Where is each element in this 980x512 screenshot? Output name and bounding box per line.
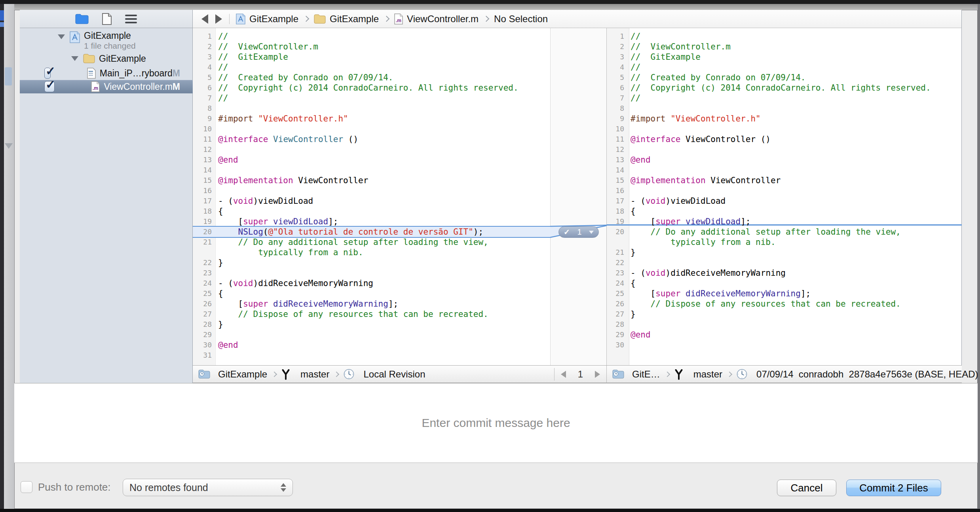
code-text: // Copyright (c) 2014 ConradoCarneiro. A… xyxy=(212,83,518,93)
cancel-button-label: Cancel xyxy=(791,482,823,494)
change-stepper: 1 xyxy=(554,368,606,381)
left-code-pane[interactable]: 1//2// ViewController.m3// GitExample4//… xyxy=(193,28,550,368)
background-ghost-triangle xyxy=(5,143,13,149)
push-to-remote-checkbox[interactable] xyxy=(21,481,32,493)
line-number xyxy=(193,247,212,258)
commit-message-input[interactable]: Enter commit message here xyxy=(14,383,978,463)
code-line: 10 xyxy=(607,124,962,134)
folder-icon xyxy=(314,14,326,24)
code-text: // xyxy=(624,31,640,42)
back-arrow-icon[interactable] xyxy=(201,14,208,24)
remotes-dropdown[interactable]: No remotes found xyxy=(123,479,293,496)
code-text xyxy=(212,268,218,278)
code-line: 2// ViewController.m xyxy=(607,42,962,52)
code-line: 2// ViewController.m xyxy=(193,42,550,52)
code-line: 25 [super didReceiveMemoryWarning]; xyxy=(607,288,962,299)
revision-name[interactable]: Local Revision xyxy=(363,369,425,380)
include-file-checkbox[interactable]: ✓ xyxy=(44,81,55,92)
breadcrumb-selection[interactable]: No Selection xyxy=(494,13,548,25)
line-number: 25 xyxy=(193,288,212,299)
code-text: @end xyxy=(624,330,651,340)
breadcrumb-file[interactable]: ViewController.m xyxy=(407,13,479,25)
code-text: // Dispose of any resources that can be … xyxy=(212,309,488,319)
cancel-button[interactable]: Cancel xyxy=(777,480,836,496)
background-window-bottom xyxy=(0,509,980,512)
disclosure-triangle-icon[interactable] xyxy=(71,56,78,61)
background-toolbar-blur xyxy=(14,4,978,10)
chevron-icon xyxy=(384,16,390,22)
revision-name[interactable]: 07/09/14 conradobh 2878a4e7563e (BASE, H… xyxy=(756,369,978,380)
include-file-checkbox[interactable]: ✓ xyxy=(44,68,51,79)
code-text: { xyxy=(212,206,223,216)
code-text: // Do any additional setup after loading… xyxy=(212,237,488,247)
line-number: 26 xyxy=(193,299,212,309)
code-text xyxy=(624,124,631,134)
line-number: 28 xyxy=(607,319,624,330)
svg-text:.m: .m xyxy=(396,18,401,23)
code-line: 31 xyxy=(193,350,550,360)
code-line: 15@implementation ViewController xyxy=(607,175,962,186)
code-text: // xyxy=(212,62,228,72)
tree-row-file-selected[interactable]: ✓ .m ViewController.m M xyxy=(20,80,193,93)
next-change-icon[interactable] xyxy=(595,371,600,378)
code-text xyxy=(212,330,218,340)
code-text: // GitExample xyxy=(624,52,701,62)
chevron-down-icon xyxy=(589,231,594,234)
check-icon: ✓ xyxy=(564,228,570,237)
line-number: 16 xyxy=(193,186,212,196)
list-view-icon[interactable] xyxy=(125,13,137,25)
tree-row-project[interactable]: GitExample 1 file changed xyxy=(20,30,193,53)
line-number: 13 xyxy=(607,155,624,165)
branch-name[interactable]: master xyxy=(693,369,722,380)
code-line: 5// Created by Conrado on 07/09/14. xyxy=(607,72,962,83)
code-text: } xyxy=(624,247,636,258)
forward-arrow-icon[interactable] xyxy=(215,14,222,24)
folder-view-icon[interactable] xyxy=(75,14,89,24)
background-ghost-shape xyxy=(5,67,12,85)
line-number: 4 xyxy=(607,62,624,72)
code-line: 30 xyxy=(607,340,962,350)
code-line: 1// xyxy=(193,31,550,42)
code-line: 10 xyxy=(193,124,550,134)
code-line: 22 xyxy=(607,258,962,268)
code-line: 29@end xyxy=(607,330,962,340)
code-line: 11@interface ViewController () xyxy=(193,134,550,144)
line-number: 7 xyxy=(193,93,212,103)
tree-row-group[interactable]: GitExample xyxy=(20,52,193,65)
file-view-icon[interactable] xyxy=(102,13,112,25)
code-text: // GitExample xyxy=(212,52,288,62)
line-number: 21 xyxy=(607,247,624,258)
line-number: 22 xyxy=(607,258,624,268)
previous-change-icon[interactable] xyxy=(561,371,566,378)
chevron-icon xyxy=(727,371,732,377)
code-text: @end xyxy=(624,155,651,165)
code-text: // xyxy=(212,93,228,103)
file-name: Main_iP…ryboard xyxy=(100,68,173,79)
line-number: 7 xyxy=(607,93,624,103)
code-line: 16 xyxy=(607,186,962,196)
breadcrumb-project[interactable]: GitExample xyxy=(249,13,298,25)
background-window-top xyxy=(0,0,980,4)
line-number: 1 xyxy=(193,31,212,42)
code-line: 8 xyxy=(193,103,550,114)
diff-change-badge[interactable]: ✓ 1 xyxy=(558,226,599,238)
breadcrumb-group[interactable]: GitExample xyxy=(330,13,379,25)
code-line: 16 xyxy=(193,186,550,196)
line-number: 29 xyxy=(607,330,624,340)
code-line: 28 xyxy=(607,319,962,330)
right-code-pane[interactable]: 1//2// ViewController.m3// GitExample4//… xyxy=(607,28,962,368)
disclosure-triangle-icon[interactable] xyxy=(58,34,65,39)
project-icon xyxy=(236,13,245,25)
change-number: 1 xyxy=(577,228,581,237)
code-line: 12 xyxy=(607,144,962,155)
line-number: 17 xyxy=(607,196,624,206)
repo-name[interactable]: GitE… xyxy=(632,369,660,380)
repo-name[interactable]: GitExample xyxy=(218,369,267,380)
code-text xyxy=(624,340,631,350)
code-text: [super viewDidLoad]; xyxy=(624,216,750,227)
branch-name[interactable]: master xyxy=(300,369,329,380)
code-line: 19 [super viewDidLoad]; xyxy=(193,216,550,227)
code-line: 21} xyxy=(607,247,962,258)
line-number: 11 xyxy=(193,134,212,144)
commit-files-button[interactable]: Commit 2 Files xyxy=(846,480,941,496)
